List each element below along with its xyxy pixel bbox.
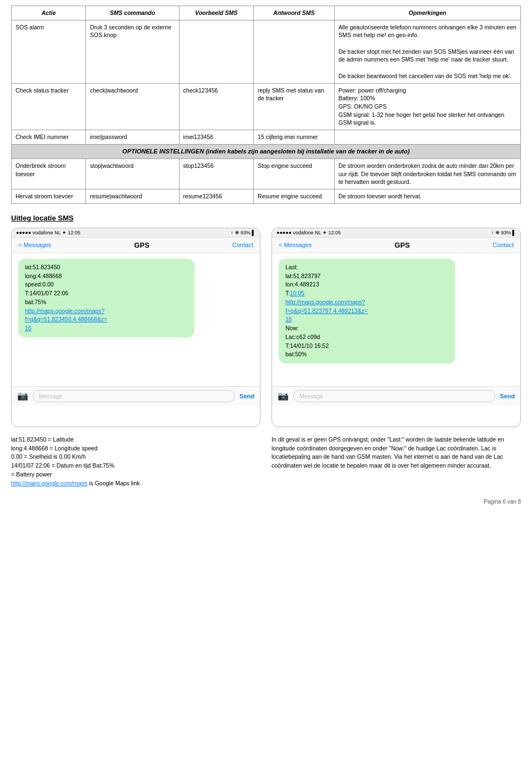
phone2-back[interactable]: < Messages bbox=[279, 242, 312, 248]
below-left-line3: 0.00 = Snelheid is 0.00 Km/h bbox=[11, 453, 260, 462]
resume-opmerkingen: De stroom toevoer wordt hervat. bbox=[334, 189, 520, 204]
imei-opmerkingen bbox=[334, 130, 520, 144]
header-sms: SMS commando bbox=[86, 6, 179, 20]
stop-antwoord: Stop engine succeed bbox=[254, 159, 335, 189]
uitleg-section: Uitleg locatie SMS ●●●●● vodafone NL ✦ 1… bbox=[11, 214, 521, 488]
phone1-status-left: ●●●●● vodafone NL ✦ 12:05 bbox=[16, 230, 80, 235]
camera-icon[interactable]: 📷 bbox=[17, 391, 28, 401]
table-row-resume: Hervat stroom toevoer resume|wachtwoord … bbox=[12, 189, 521, 204]
table-row-imei: Check IMEI nummer imei|password imei1234… bbox=[12, 130, 521, 144]
sos-sms: Druk 3 seconden op de externe SOS knop bbox=[86, 20, 179, 83]
imei-antwoord: 15 cijferig imei nummer bbox=[254, 130, 335, 144]
phone2-now-label: Now: bbox=[285, 325, 299, 331]
phone2-message-input[interactable]: Message bbox=[293, 390, 495, 402]
phone2-send-button[interactable]: Send bbox=[500, 393, 515, 399]
sos-actie: SOS alarm bbox=[12, 20, 86, 83]
maps-link-suffix: is Google Maps link bbox=[88, 480, 140, 486]
checkstatus-opmerkingen: Power: power off/chargingBattery: 100%GP… bbox=[334, 83, 520, 130]
phone-frame-1: ●●●●● vodafone NL ✦ 12:05 ↑ ❋ 93% ▌ < Me… bbox=[11, 228, 260, 427]
header-antwoord: Antwoord SMS bbox=[254, 6, 335, 20]
optional-section-header: OPTIONELE INSTELLINGEN (indien kabels zi… bbox=[12, 144, 521, 158]
maps-link[interactable]: http://maps.google.com/maps bbox=[11, 480, 88, 486]
phone-screenshots: ●●●●● vodafone NL ✦ 12:05 ↑ ❋ 93% ▌ < Me… bbox=[11, 228, 521, 427]
phone2-message-bubble: Last: lat:51.823797 lon:4.489213 T:10:05… bbox=[279, 259, 455, 363]
below-screenshots: lat:51.823450 = Latitude long:4.488668 =… bbox=[11, 435, 521, 488]
sos-opmerkingen: Alle geautoriseerde telefoon nummers ont… bbox=[334, 20, 520, 83]
phone1-body: lat:51.823450 long:4.488668 speed:0.00 T… bbox=[12, 253, 260, 386]
phone2-map-link[interactable]: http://maps.google.com/maps?f=q&q=51.823… bbox=[285, 299, 368, 323]
below-left: lat:51.823450 = Latitude long:4.488668 =… bbox=[11, 435, 260, 488]
table-row-sos: SOS alarm Druk 3 seconden op de externe … bbox=[12, 20, 521, 83]
stop-actie: Onderbreek stroom toevoer bbox=[12, 159, 86, 189]
phone-frame-2: ●●●●● vodafone NL ✦ 12:05 ↑ ❋ 93% ▌ < Me… bbox=[272, 228, 521, 427]
phone2-status-bar: ●●●●● vodafone NL ✦ 12:05 ↑ ❋ 93% ▌ bbox=[272, 228, 520, 238]
checkstatus-actie: Check status tracker bbox=[12, 83, 86, 130]
imei-actie: Check IMEI nummer bbox=[12, 130, 86, 144]
phone2-status-left: ●●●●● vodafone NL ✦ 12:05 bbox=[277, 230, 341, 235]
resume-voorbeeld: resume123456 bbox=[179, 189, 253, 204]
phone1-nav: < Messages GPS Contact bbox=[12, 238, 260, 253]
optional-header-text: OPTIONELE INSTELLINGEN (indien kabels zi… bbox=[12, 144, 521, 158]
phone2-time-link[interactable]: 10:05 bbox=[290, 290, 304, 296]
phone2-nav: < Messages GPS Contact bbox=[272, 238, 520, 253]
below-left-line5: = Battery power bbox=[11, 470, 260, 479]
resume-antwoord: Resume engine succeed bbox=[254, 189, 335, 204]
phone1-status-bar: ●●●●● vodafone NL ✦ 12:05 ↑ ❋ 93% ▌ bbox=[12, 228, 260, 238]
phone2-input-bar: 📷 Message Send bbox=[272, 386, 520, 406]
table-row-stop: Onderbreek stroom toevoer stop|wachtwoor… bbox=[12, 159, 521, 189]
checkstatus-antwoord: reply SMS met status van de tracker bbox=[254, 83, 335, 130]
phone2-camera-icon[interactable]: 📷 bbox=[278, 391, 289, 401]
stop-sms: stop|wachtwoord bbox=[86, 159, 179, 189]
phone2-body: Last: lat:51.823797 lon:4.489213 T:10:05… bbox=[272, 253, 520, 386]
phone2-contact[interactable]: Contact bbox=[493, 242, 514, 248]
stop-voorbeeld: stop123456 bbox=[179, 159, 253, 189]
main-table: Actie SMS commando Voorbeeld SMS Antwoor… bbox=[11, 6, 521, 204]
checkstatus-voorbeeld: check123456 bbox=[179, 83, 253, 130]
checkstatus-sms: check|wachtwoord bbox=[86, 83, 179, 130]
below-right: In dit geval is er geen GPS ontvangst; o… bbox=[272, 435, 521, 488]
below-left-line2: long:4.488668 = Longitude speed bbox=[11, 444, 260, 453]
phone1-map-link[interactable]: http://maps.google.com/maps?f=q&q=51.823… bbox=[25, 307, 108, 332]
resume-actie: Hervat stroom toevoer bbox=[12, 189, 86, 204]
sos-voorbeeld bbox=[179, 20, 253, 83]
phone1-back[interactable]: < Messages bbox=[18, 242, 52, 248]
phone1-input-bar: 📷 Message Send bbox=[12, 386, 260, 406]
phone2-status-right: ↑ ❋ 93% ▌ bbox=[492, 230, 516, 235]
phone2-title: GPS bbox=[395, 241, 410, 249]
sos-opmerking-2: De tracker stopt met het zenden van SOS … bbox=[339, 48, 514, 63]
phone1-title: GPS bbox=[134, 241, 149, 249]
page-number: Pagina 6 van 8 bbox=[11, 499, 521, 505]
below-left-line4: 14/01/07 22:06 = Datum en tijd Bat:75% bbox=[11, 462, 260, 470]
phone1-status-right: ↑ ❋ 93% ▌ bbox=[231, 230, 255, 235]
phone2-last-label: Last: bbox=[285, 264, 298, 270]
uitleg-title: Uitleg locatie SMS bbox=[11, 214, 521, 222]
below-left-line1: lat:51.823450 = Latitude bbox=[11, 435, 260, 444]
header-voorbeeld: Voorbeeld SMS bbox=[179, 6, 253, 20]
phone1-send-button[interactable]: Send bbox=[239, 393, 254, 399]
resume-sms: resume|wachtwoord bbox=[86, 189, 179, 204]
imei-voorbeeld: imei123456 bbox=[179, 130, 253, 144]
table-row-check-status: Check status tracker check|wachtwoord ch… bbox=[12, 83, 521, 130]
sos-opmerking-1: Alle geautoriseerde telefoon nummers ont… bbox=[339, 24, 516, 39]
header-actie: Actie bbox=[12, 6, 86, 20]
below-left-line6: http://maps.google.com/maps is Google Ma… bbox=[11, 479, 260, 488]
header-opmerkingen: Opmerkingen bbox=[334, 6, 520, 20]
phone1-message-bubble: lat:51.823450 long:4.488668 speed:0.00 T… bbox=[18, 259, 195, 337]
sos-antwoord bbox=[254, 20, 335, 83]
imei-sms: imei|password bbox=[86, 130, 179, 144]
phone1-contact[interactable]: Contact bbox=[232, 242, 253, 248]
phone1-message-input[interactable]: Message bbox=[33, 390, 235, 402]
stop-opmerkingen: De stroom worden onderbroken zodra de au… bbox=[334, 159, 520, 189]
sos-opmerking-3: De tracker beantwoord het cancellen van … bbox=[339, 73, 511, 79]
